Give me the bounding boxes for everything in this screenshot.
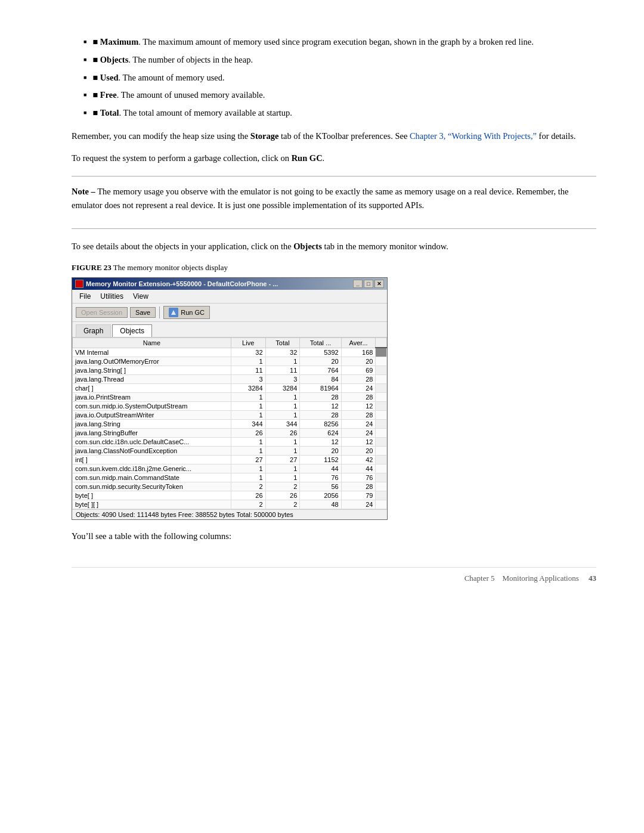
table-row: java.io.PrintStream112828 [73,392,387,401]
cell-live: 1 [231,357,265,366]
menu-file[interactable]: File [75,291,95,302]
cell-name: com.sun.midp.security.SecurityToken [73,482,231,491]
scrollbar-cell [376,357,387,366]
scrollbar-cell [376,491,387,500]
cell-total: 27 [265,455,300,464]
scrollbar-cell [376,366,387,374]
cell-aver: 24 [341,419,376,428]
col-aver: Aver... [341,337,376,348]
cell-total: 2 [265,482,300,491]
table-row: java.lang.String344344825624 [73,419,387,428]
run-gc-button[interactable]: Run GC [163,306,210,319]
cell-live: 27 [231,455,265,464]
scrollbar-cell [376,348,387,357]
cell-total2: 56 [300,482,341,491]
cell-total2: 28 [300,392,341,401]
cell-name: java.lang.String [73,419,231,428]
cell-total: 3 [265,374,300,383]
menu-utilities[interactable]: Utilities [95,291,128,302]
cell-total: 3284 [265,383,300,392]
window-title: Memory Monitor Extension-+5550000 - Defa… [86,280,278,287]
cell-live: 2 [231,482,265,491]
cell-total: 1 [265,464,300,473]
cell-total2: 20 [300,446,341,455]
paragraph-run-gc: To request the system to perform a garba… [72,151,596,165]
toolbar-separator [159,306,160,318]
cell-aver: 42 [341,455,376,464]
cell-name: int[ ] [73,455,231,464]
bullet-total: ■ Total. The total amount of memory avai… [83,107,596,120]
menu-view[interactable]: View [128,291,153,302]
section-label: Monitoring Applications [503,574,579,583]
window-statusbar: Objects: 4090 Used: 111448 bytes Free: 3… [72,509,387,519]
cell-name: byte[ ][ ] [73,500,231,509]
cell-aver: 44 [341,464,376,473]
cell-total2: 81964 [300,383,341,392]
note-block: Note – The memory usage you observe with… [72,176,596,228]
objects-table: Name Live Total Total ... Aver... VM Int… [72,337,387,509]
window-content: Name Live Total Total ... Aver... VM Int… [72,337,387,509]
bullet-icon: ■ [92,36,100,49]
cell-aver: 28 [341,374,376,383]
tab-graph[interactable]: Graph [76,324,111,337]
cell-live: 2 [231,500,265,509]
cell-aver: 28 [341,392,376,401]
cell-total2: 12 [300,437,341,446]
table-row: java.lang.ClassNotFoundException112020 [73,446,387,455]
cell-name: java.lang.String[ ] [73,366,231,374]
table-row: java.lang.Thread338428 [73,374,387,383]
cell-live: 1 [231,446,265,455]
cell-total: 1 [265,473,300,482]
close-button[interactable]: ✕ [374,280,384,288]
table-row: java.lang.OutOfMemoryError112020 [73,357,387,366]
cell-name: java.lang.ClassNotFoundException [73,446,231,455]
cell-total2: 764 [300,366,341,374]
cell-aver: 79 [341,491,376,500]
cell-aver: 76 [341,473,376,482]
table-row: byte[ ]2626205679 [73,491,387,500]
scrollbar-cell [376,401,387,410]
cell-live: 1 [231,464,265,473]
bullet-maximum: ■ Maximum. The maximum amount of memory … [83,36,596,49]
cell-aver: 24 [341,500,376,509]
tab-objects[interactable]: Objects [112,324,152,337]
paragraph-storage: Remember, you can modify the heap size u… [72,129,596,143]
scrollbar-cell [376,437,387,446]
scrollbar-cell [376,500,387,509]
scrollbar-cell [376,419,387,428]
cell-name: java.lang.Thread [73,374,231,383]
bullet-list: ■ Maximum. The maximum amount of memory … [72,36,596,120]
col-live: Live [231,337,265,348]
cell-total2: 48 [300,500,341,509]
cell-total: 344 [265,419,300,428]
cell-name: VM Internal [73,348,231,357]
cell-aver: 12 [341,437,376,446]
bullet-icon: ■ [92,107,100,120]
cell-live: 1 [231,437,265,446]
cell-total: 26 [265,491,300,500]
cell-total2: 624 [300,428,341,437]
cell-total: 26 [265,428,300,437]
app-icon [75,280,83,288]
save-button[interactable]: Save [130,307,156,318]
open-session-button[interactable]: Open Session [76,307,128,318]
maximize-button[interactable]: □ [364,280,373,288]
bullet-icon: ■ [92,54,100,67]
chapter3-link[interactable]: Chapter 3, “Working With Projects,” [410,131,537,141]
scrollbar-cell [376,455,387,464]
cell-total2: 2056 [300,491,341,500]
minimize-button[interactable]: _ [353,280,363,288]
memory-monitor-window: Memory Monitor Extension-+5550000 - Defa… [72,277,388,520]
cell-live: 26 [231,428,265,437]
titlebar-controls[interactable]: _ □ ✕ [353,280,384,288]
cell-live: 3 [231,374,265,383]
table-row: com.sun.midp.io.SystemOutputStream111212 [73,401,387,410]
conclusion-text: You’ll see a table with the following co… [72,529,596,543]
scrollbar-cell [376,410,387,419]
cell-total: 1 [265,401,300,410]
table-row: int[ ]2727115242 [73,455,387,464]
window-tabs: Graph Objects [72,322,387,337]
table-row: com.sun.midp.security.SecurityToken22562… [73,482,387,491]
scrollbar-cell [376,446,387,455]
window-titlebar: Memory Monitor Extension-+5550000 - Defa… [72,278,387,290]
